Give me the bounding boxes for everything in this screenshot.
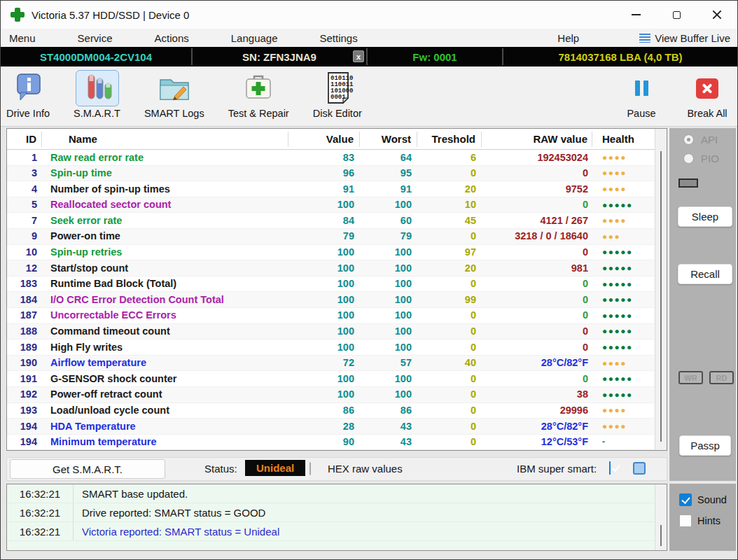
log-scrollbar-thumb[interactable] — [660, 525, 662, 546]
cell-worst: 100 — [360, 197, 417, 213]
header-worst[interactable]: Worst — [360, 132, 417, 147]
drive-info-button[interactable]: Drive Info — [6, 70, 50, 119]
cell-treshold: 0 — [417, 228, 482, 244]
cell-value: 100 — [288, 386, 360, 402]
view-buffer-live-button[interactable]: View Buffer Live — [639, 32, 730, 44]
header-health[interactable]: Health — [592, 132, 655, 147]
cell-value: 72 — [288, 355, 360, 371]
table-row[interactable]: 192Power-off retract count100100038●●●●● — [7, 387, 655, 403]
menu-item-language[interactable]: Language — [231, 32, 278, 44]
header-name[interactable]: Name — [42, 132, 288, 147]
ibm-super-smart-checkbox[interactable] — [609, 461, 611, 475]
close-button[interactable] — [697, 1, 737, 29]
cell-health: ●●●●● — [592, 292, 655, 307]
cell-raw-value: 192453024 — [482, 150, 592, 166]
table-row[interactable]: 187Uncorrectable ECC Errors10010000●●●●● — [7, 308, 655, 324]
menu-item-help[interactable]: Help — [557, 32, 579, 44]
strip-close-button[interactable]: x — [353, 50, 364, 62]
menu-item-menu[interactable]: Menu — [9, 32, 36, 44]
smart-button[interactable]: S.M.A.R.T — [74, 70, 120, 119]
cell-worst: 100 — [360, 244, 417, 260]
maximize-button[interactable] — [656, 1, 697, 29]
table-row[interactable]: 190Airflow temperature72574028°C/82°F●●●… — [7, 356, 655, 372]
table-scrollbar[interactable] — [655, 129, 667, 450]
api-radio-row[interactable]: API — [683, 134, 718, 146]
cell-treshold: 0 — [417, 371, 482, 387]
table-scrollbar-thumb[interactable] — [660, 151, 662, 442]
cell-value: 100 — [288, 197, 360, 213]
table-row[interactable]: 9Power-on time797903218 / 0 / 18640●●● — [7, 229, 655, 245]
table-row[interactable]: 194Minimum temperature9043012°C/53°F- — [7, 435, 655, 451]
cell-worst: 100 — [360, 323, 417, 340]
disk-editor-button[interactable]: 010110 110011 101000 0001 Disk Editor — [313, 70, 362, 119]
sound-checkbox[interactable] — [679, 493, 692, 506]
victoria-logo-icon — [11, 8, 25, 22]
cell-raw-value: 38 — [482, 386, 592, 402]
pio-radio-row[interactable]: PIO — [683, 153, 719, 164]
table-row[interactable]: 12Start/stop count10010020981●●●●● — [7, 260, 655, 276]
log-scrollbar[interactable] — [655, 484, 667, 550]
table-row[interactable]: 191G-SENSOR shock counter10010000●●●●● — [7, 371, 655, 387]
header-treshold[interactable]: Treshold — [417, 132, 482, 147]
cell-value: 90 — [288, 434, 360, 450]
table-row[interactable]: 189High Fly writes10010000●●●●● — [7, 340, 655, 356]
header-raw-value[interactable]: RAW value — [482, 132, 592, 147]
cell-id: 191 — [7, 371, 42, 387]
smart-logs-button[interactable]: SMART Logs — [144, 70, 204, 119]
passp-button[interactable]: Passp — [679, 435, 731, 456]
table-row[interactable]: 193Load/unload cycle count8686029996●●●● — [7, 403, 655, 419]
table-row[interactable]: 183Runtime Bad Block (Total)10010000●●●●… — [7, 276, 655, 293]
table-row[interactable]: 188Command timeout count10010000●●●●● — [7, 324, 655, 340]
window-title: Victoria 5.37 HDD/SSD | Device 0 — [32, 9, 189, 21]
wr-button[interactable]: WR — [678, 371, 703, 384]
header-id[interactable]: ID — [7, 132, 42, 147]
log-message: Drive reported: SMART status = GOOD — [74, 503, 265, 522]
hex-raw-values-checkbox[interactable] — [309, 462, 311, 475]
hints-checkbox[interactable] — [679, 514, 692, 527]
get-smart-button[interactable]: Get S.M.A.R.T. — [10, 459, 165, 479]
table-row[interactable]: 4Number of spin-up times9191209752●●●● — [7, 181, 655, 197]
cell-id: 190 — [7, 355, 42, 371]
cell-worst: 100 — [360, 292, 417, 308]
menu-item-service[interactable]: Service — [78, 32, 113, 44]
drive-model: ST4000DM004-2CV104 — [1, 47, 191, 66]
table-row[interactable]: 7Seek error rate8460454121 / 267●●●● — [7, 213, 655, 229]
table-row[interactable]: 194HDA Temperature2843028°C/82°F●●●● — [7, 419, 655, 435]
cell-raw-value: 29996 — [482, 402, 592, 419]
menu-item-settings[interactable]: Settings — [320, 32, 358, 44]
table-row[interactable]: 10Spin-up retries100100970●●●●● — [7, 245, 655, 261]
cell-name: Airflow temperature — [42, 355, 288, 371]
cell-worst: 100 — [360, 340, 417, 356]
api-radio[interactable] — [683, 134, 694, 145]
drive-capacity: 7814037168 LBA (4,0 TB) — [503, 47, 737, 66]
log-message: SMART base updated. — [74, 484, 188, 503]
cell-health: ●●●● — [592, 213, 655, 228]
table-row[interactable]: 3Spin-up time969500●●●● — [7, 166, 655, 182]
rd-button[interactable]: RD — [709, 371, 734, 384]
sound-row[interactable]: Sound — [679, 493, 727, 506]
table-row[interactable]: 184I/O CRC Error Detection Count Total10… — [7, 292, 655, 308]
buffer-lines-icon — [639, 34, 650, 43]
cell-health: ●●●● — [592, 419, 655, 434]
menu-item-actions[interactable]: Actions — [155, 32, 189, 44]
cell-name: Spin-up retries — [42, 244, 288, 260]
cell-name: HDA Temperature — [42, 419, 288, 435]
cell-value: 100 — [288, 307, 360, 323]
cell-health: ●●●●● — [592, 244, 655, 260]
minimize-button[interactable] — [615, 1, 656, 29]
table-row[interactable]: 5Reallocated sector count100100100●●●●● — [7, 197, 655, 214]
sleep-button[interactable]: Sleep — [678, 206, 732, 227]
pio-radio[interactable] — [683, 153, 694, 164]
table-row[interactable]: 1Raw read error rate83646192453024●●●● — [7, 150, 655, 166]
cell-id: 10 — [7, 244, 42, 260]
cell-treshold: 10 — [417, 197, 482, 213]
cell-raw-value: 12°C/53°F — [482, 434, 592, 450]
pause-button[interactable]: Pause — [621, 70, 662, 119]
titlebar[interactable]: Victoria 5.37 HDD/SSD | Device 0 — [1, 1, 737, 29]
test-repair-button[interactable]: Test & Repair — [228, 70, 289, 119]
header-value[interactable]: Value — [288, 132, 360, 147]
hints-row[interactable]: Hints — [679, 514, 720, 527]
break-all-button[interactable]: Break All — [684, 70, 730, 119]
ibm-super-smart-indicator[interactable] — [633, 462, 646, 475]
recall-button[interactable]: Recall — [678, 264, 732, 284]
